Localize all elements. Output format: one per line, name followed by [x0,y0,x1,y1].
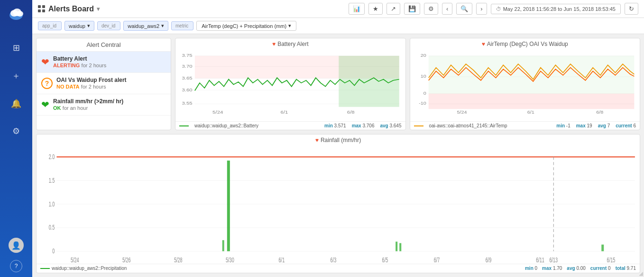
svg-text:5/26: 5/26 [122,256,131,264]
oai-alert-icon: ? [41,78,53,89]
svg-text:3.60: 3.60 [182,87,192,92]
dev-id-value[interactable]: waidup_aws2 ▾ [123,21,168,31]
sidebar-icon-add[interactable]: ＋ [8,66,24,85]
airtemp-chart-panel: ♥ AirTemp (DegC) OAI Vs Waidup 20 10 0 -… [410,38,641,130]
svg-text:1.0: 1.0 [49,200,55,208]
battery-alert-status: ALERTING for 2 hours [53,62,106,69]
svg-text:6/5: 6/5 [382,256,388,264]
svg-text:6/7: 6/7 [434,256,440,264]
share-button[interactable]: ↗ [386,3,400,15]
nav-zoom-button[interactable]: 🔍 [456,3,472,15]
app-id-filter[interactable]: app_id [38,21,62,30]
battery-alert-item[interactable]: ❤ Battery Alert ALERTING for 2 hours [37,52,171,73]
apps-icon [38,5,46,13]
rainfall-alert-icon: ❤ [41,99,49,110]
save-button[interactable]: 💾 [404,3,420,15]
dashboard: Alert Central ❤ Battery Alert ALERTING f… [32,34,644,277]
oai-alert-name: OAI Vs Waidup Frost alert [56,77,127,83]
svg-rect-46 [396,241,397,251]
svg-text:6/11: 6/11 [536,256,544,264]
dev-id-filter[interactable]: dev_id [97,21,120,30]
svg-text:6/1: 6/1 [279,256,285,264]
svg-text:6/8: 6/8 [596,109,603,114]
rainfall-chart-title: ♥ Rainfall (mm/hr) [37,134,640,146]
svg-rect-48 [601,245,604,251]
refresh-button[interactable]: ↻ [625,3,638,15]
airtemp-chart-stats: min -1 max 19 avg 7 current 6 [556,123,636,128]
rainfall-alert-status: OK for an hour [53,105,123,111]
page-title: Alerts Board ▾ [48,5,100,13]
svg-text:6/1: 6/1 [527,109,534,114]
rainfall-alert-item[interactable]: ❤ Rainfall mm/hr (>2mm/ hr) OK for an ho… [37,94,171,116]
rainfall-chart-footer: waidup::waidup_aws2::Precipitation min 0… [37,264,640,273]
dropdown-arrow-icon2: ▾ [161,23,164,29]
svg-text:6/3: 6/3 [331,256,337,264]
svg-text:6/13: 6/13 [549,256,558,264]
nav-prev-button[interactable]: ‹ [442,3,452,15]
date-range[interactable]: ⏱ May 22, 2018 11:56:28 to Jun 15, 2018 … [491,4,621,14]
main-content: Alerts Board ▾ 📊 ★ ↗ 💾 ⚙ ‹ 🔍 › ⏱ May 22,… [32,0,644,277]
alert-central-panel: Alert Central ❤ Battery Alert ALERTING f… [36,38,171,130]
svg-rect-45 [222,240,224,251]
title-dropdown-arrow[interactable]: ▾ [97,6,100,12]
nav-next-button[interactable]: › [476,3,487,15]
top-row: Alert Central ❤ Battery Alert ALERTING f… [36,38,640,130]
svg-text:0: 0 [52,247,55,255]
svg-text:-10: -10 [419,101,426,106]
rainfall-resize-handle[interactable]: ◢ [639,271,640,273]
battery-alert-info: Battery Alert ALERTING for 2 hours [53,55,106,69]
rainfall-chart-stats: min 0 max 1.70 avg 0.00 current 0 total … [525,266,636,271]
airtemp-heart-icon: ♥ [482,41,485,47]
svg-text:5/24: 5/24 [71,256,79,264]
settings-button[interactable]: ⚙ [424,3,438,15]
rainfall-alert-name: Rainfall mm/hr (>2mm/ hr) [53,98,123,105]
svg-text:3.75: 3.75 [182,53,192,58]
sidebar-logo [8,5,25,25]
battery-alert-icon: ❤ [41,56,49,68]
airtemp-series-label: oai-aws::oai-atmos41_2145::AirTemp [429,123,507,128]
airtemp-chart-footer: oai-aws::oai-atmos41_2145::AirTemp min -… [410,121,640,130]
metric-value[interactable]: AirTemp (degC) + Precipitation (mm) ▾ [196,21,296,31]
battery-chart-footer: waidup::waidup_aws2::Battery min 3.571 m… [175,121,405,130]
svg-text:20: 20 [420,53,426,58]
svg-rect-27 [428,94,634,109]
dropdown-arrow-icon: ▾ [87,23,90,29]
svg-text:5/24: 5/24 [457,109,467,114]
sidebar-icon-help[interactable]: ? [10,260,22,272]
heart-icon: ♥ [272,41,276,47]
svg-text:5/24: 5/24 [212,109,223,115]
battery-chart-stats: min 3.571 max 3.706 avg 3.645 [324,123,401,128]
svg-text:6/8: 6/8 [347,109,355,115]
svg-text:3.55: 3.55 [182,100,192,106]
svg-text:6/1: 6/1 [281,109,288,115]
svg-text:2.0: 2.0 [49,153,55,161]
sidebar-bottom: 👤 ? [9,238,24,272]
svg-rect-47 [399,243,401,251]
favorite-button[interactable]: ★ [368,3,383,15]
svg-point-3 [17,11,23,17]
metric-filter[interactable]: metric [171,21,193,30]
svg-text:5/30: 5/30 [226,256,234,264]
app-id-value[interactable]: waidup ▾ [64,21,94,31]
oai-alert-status: NO DATA for 2 hours [56,83,127,90]
oai-alert-info: OAI Vs Waidup Frost alert NO DATA for 2 … [56,77,127,90]
svg-text:6/15: 6/15 [607,256,616,264]
airtemp-chart-title: ♥ AirTemp (DegC) OAI Vs Waidup [410,38,640,50]
svg-text:0.5: 0.5 [49,223,55,232]
sidebar-avatar[interactable]: 👤 [9,238,24,253]
svg-text:10: 10 [420,74,426,79]
alert-central-title: Alert Central [37,38,171,52]
sidebar-icon-bell[interactable]: 🔔 [7,95,25,113]
battery-chart-body: 3.75 3.70 3.65 3.60 3.55 [175,50,405,121]
header: Alerts Board ▾ 📊 ★ ↗ 💾 ⚙ ‹ 🔍 › ⏱ May 22,… [32,0,644,18]
svg-text:3.70: 3.70 [182,63,192,69]
oai-alert-item[interactable]: ? OAI Vs Waidup Frost alert NO DATA for … [37,73,171,94]
rainfall-heart-icon: ♥ [315,137,319,143]
sidebar-icon-grid[interactable]: ⊞ [9,39,24,57]
chart-type-button[interactable]: 📊 [349,3,365,15]
battery-series-label: waidup::waidup_aws2::Battery [194,123,258,128]
rainfall-series-label: waidup::waidup_aws2::Precipitation [52,266,127,271]
sidebar-icon-gear[interactable]: ⚙ [9,122,24,140]
sidebar: ⊞ ＋ 🔔 ⚙ 👤 ? [0,0,32,277]
filter-bar: app_id waidup ▾ dev_id waidup_aws2 ▾ met… [32,18,644,34]
